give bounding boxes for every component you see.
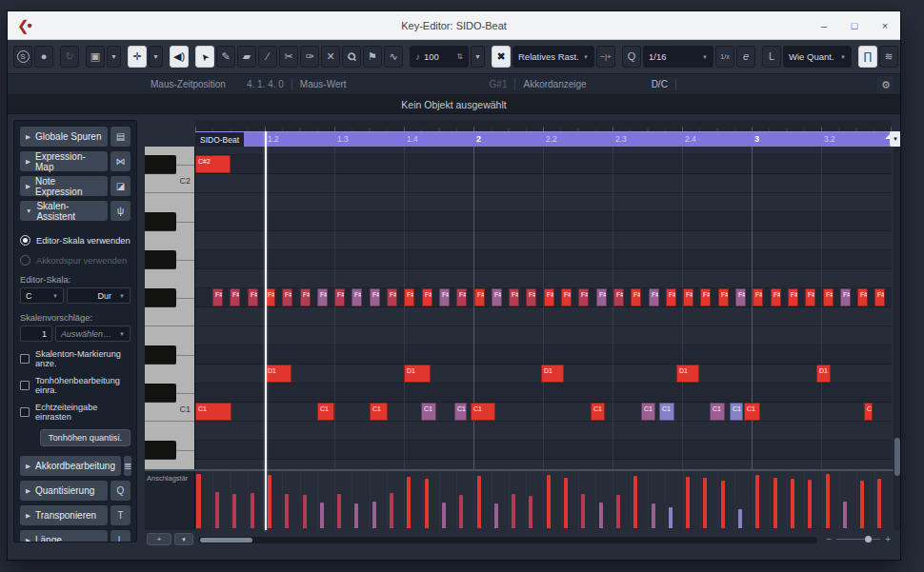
piano-key-black[interactable] (145, 288, 176, 307)
add-lane-button[interactable]: + (147, 533, 171, 545)
piano-key-black[interactable] (145, 345, 176, 365)
radio-chord-track[interactable]: Akkordspur verwenden (20, 255, 131, 266)
midi-note[interactable]: F#1 (334, 288, 345, 306)
pitch-visibility-arrow-icon[interactable]: ▼ (107, 46, 121, 68)
zoom-tool[interactable]: Ϙ (342, 46, 361, 68)
section-transponieren-icon[interactable]: T (110, 505, 131, 525)
midi-note[interactable]: F#1 (526, 288, 536, 306)
velocity-bar[interactable] (669, 507, 673, 528)
midi-note[interactable]: D1 (816, 365, 831, 383)
velocity-lane[interactable] (195, 471, 892, 530)
midi-note[interactable]: F#1 (492, 288, 502, 306)
velocity-bar[interactable] (354, 503, 358, 528)
midi-note[interactable]: F#1 (735, 288, 746, 306)
section-akkordbearbeitung[interactable]: ▶Akkordbearbeitung≣ (20, 456, 131, 476)
velocity-bar[interactable] (843, 502, 847, 528)
checkbox-show-scale-note-guides[interactable]: Skalenton-Markierung anze. (20, 349, 131, 368)
section-l-nge[interactable]: ▶LängeL (20, 530, 131, 542)
midi-note[interactable]: C1 (864, 403, 873, 421)
velocity-bar[interactable] (877, 479, 881, 528)
insert-velocity-arrow-icon[interactable]: ▼ (471, 46, 485, 68)
zoom-slider-handle[interactable] (865, 536, 872, 542)
project-cursor[interactable] (265, 131, 267, 530)
velocity-bar[interactable] (320, 503, 324, 528)
ruler-options-button[interactable]: ▼ (890, 131, 900, 147)
midi-note[interactable]: C1 (421, 403, 436, 421)
tuplet-quantize-button[interactable]: 1/x (715, 46, 734, 68)
section-expression-map-icon[interactable]: ⋈ (110, 151, 131, 171)
snap-type-select[interactable]: Relatives Rast. ▼ (512, 46, 594, 68)
velocity-bar[interactable] (599, 503, 603, 528)
midi-note[interactable]: C1 (641, 403, 655, 421)
pitch-visibility-button[interactable]: ▣ (86, 46, 105, 68)
velocity-bar[interactable] (738, 509, 742, 528)
midi-note[interactable]: C#2 (195, 155, 231, 173)
velocity-bar[interactable] (442, 503, 446, 528)
glue-tool[interactable]: ✑ (300, 46, 319, 68)
velocity-bar[interactable] (215, 492, 219, 528)
midi-note[interactable]: F#1 (649, 288, 659, 306)
velocity-bar[interactable] (337, 494, 341, 528)
piano-key-black[interactable] (145, 384, 176, 403)
velocity-bar[interactable] (407, 477, 411, 528)
midi-note[interactable]: D1 (676, 365, 699, 383)
midi-note[interactable]: F#1 (683, 288, 693, 306)
velocity-bar[interactable] (703, 478, 707, 528)
lane-menu-button[interactable]: ▼ (174, 533, 193, 545)
midi-note[interactable]: C1 (710, 403, 725, 421)
midi-note[interactable]: C1 (317, 403, 334, 421)
velocity-bar[interactable] (686, 477, 690, 528)
draw-tool[interactable]: ✎ (216, 46, 235, 68)
curve-tool[interactable]: ∿ (384, 46, 403, 68)
velocity-bar[interactable] (773, 478, 777, 528)
midi-note[interactable]: F#1 (439, 288, 450, 306)
piano-key-black[interactable] (145, 441, 176, 460)
velocity-bar[interactable] (808, 480, 812, 528)
midi-note[interactable]: F#1 (771, 288, 781, 306)
velocity-bar[interactable] (372, 502, 376, 528)
section-transponieren[interactable]: ▶TransponierenT (20, 505, 131, 525)
velocity-bar[interactable] (303, 495, 307, 528)
midi-note[interactable]: D1 (541, 365, 564, 383)
scale-root-select[interactable]: C ▼ (20, 287, 64, 304)
split-tool[interactable]: ✂ (279, 46, 298, 68)
quantize-preset-select[interactable]: 1/16 ▼ (643, 46, 713, 68)
midi-note[interactable]: F#1 (544, 288, 554, 306)
midi-note[interactable]: F#1 (857, 288, 868, 306)
velocity-bar[interactable] (512, 494, 515, 528)
midi-note[interactable]: F#1 (823, 288, 834, 306)
midi-note[interactable]: F#1 (509, 288, 519, 306)
velocity-bar[interactable] (425, 479, 429, 528)
midi-note[interactable]: F#1 (300, 288, 311, 306)
part-borders-button[interactable]: ∏ (858, 46, 877, 68)
velocity-bar[interactable] (390, 493, 393, 528)
vertical-scrollbar-thumb[interactable] (894, 438, 900, 476)
velocity-bar[interactable] (652, 503, 655, 528)
zoom-slider[interactable] (836, 539, 880, 540)
section-quantisierung-icon[interactable]: Q (110, 481, 131, 501)
midi-note[interactable]: F#1 (456, 288, 467, 306)
midi-note[interactable]: F#1 (212, 288, 223, 306)
velocity-bar[interactable] (251, 493, 254, 528)
velocity-bar[interactable] (285, 494, 289, 528)
velocity-bar[interactable] (860, 481, 864, 528)
midi-note[interactable]: F#1 (666, 288, 676, 306)
quantize-panel-button[interactable]: e (736, 46, 755, 68)
trim-tool[interactable]: ∕ (258, 46, 277, 68)
piano-key-black[interactable] (145, 155, 176, 174)
midi-note[interactable]: F#1 (561, 288, 572, 306)
midi-note[interactable]: F#1 (404, 288, 414, 306)
midi-note[interactable]: F#1 (370, 288, 380, 306)
checkbox-snap-pitch-editing[interactable]: Tonhöhenbearbeitung einra. (20, 376, 131, 395)
erase-tool[interactable]: ▰ (237, 46, 256, 68)
section-akkordbearbeitung-icon[interactable]: ≣ (124, 456, 131, 476)
suggestion-count-field[interactable]: 1 (20, 325, 52, 342)
velocity-bar[interactable] (633, 476, 637, 528)
info-line-gear-icon[interactable]: ⚙ (877, 76, 894, 93)
midi-note[interactable]: F#1 (474, 288, 485, 306)
section-note-expression[interactable]: ▶Note Expression◪ (20, 176, 131, 196)
section-globale-spuren[interactable]: ▶Globale Spuren▤ (20, 127, 131, 147)
note-grid[interactable]: C#2D1D1D1D1D1C1C1C1C1C1C1C1C1C1C1C1C1C1F… (195, 147, 892, 469)
midi-note[interactable]: F#1 (631, 288, 641, 306)
velocity-bar[interactable] (721, 481, 725, 528)
